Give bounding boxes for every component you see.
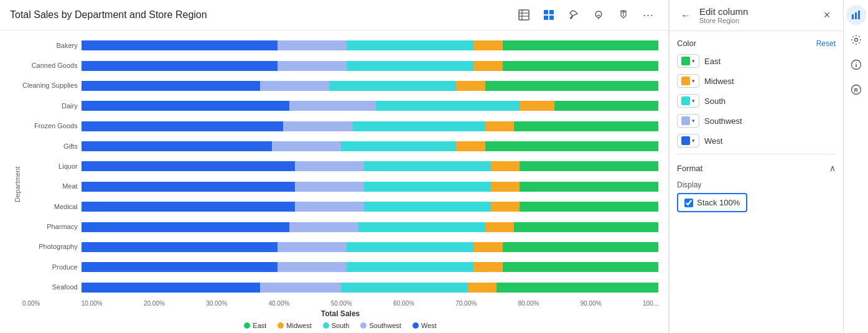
bar-seg-south: [329, 81, 456, 91]
svg-rect-13: [855, 12, 857, 19]
share-button[interactable]: [614, 5, 633, 25]
x-tick: 100...: [643, 300, 658, 307]
color-section-header: Color Reset: [677, 39, 836, 48]
info-icon-button[interactable]: [846, 55, 866, 75]
color-label-midwest: Midwest: [704, 77, 734, 86]
page-title: Total Sales by Department and Store Regi…: [10, 9, 207, 21]
svg-rect-6: [544, 16, 548, 20]
bar-seg-southwest: [278, 242, 347, 252]
settings-icon-button[interactable]: [846, 30, 866, 50]
legend-dot-midwest: [278, 322, 284, 329]
format-header[interactable]: Format ∧: [677, 161, 836, 176]
color-swatch-button-southwest[interactable]: ▾: [677, 114, 699, 128]
reset-button[interactable]: Reset: [816, 39, 836, 48]
color-label-south: South: [704, 96, 726, 106]
bar-seg-midwest: [456, 81, 485, 91]
display-label: Display: [677, 181, 836, 189]
bar-seg-west: [82, 262, 278, 272]
bar-row: [82, 40, 658, 50]
svg-rect-5: [549, 10, 554, 14]
color-label-west: West: [704, 136, 722, 146]
chevron-down-icon: ▾: [692, 118, 695, 124]
svg-rect-14: [858, 11, 860, 19]
panel-close-button[interactable]: ×: [818, 7, 836, 24]
legend-item-east: East: [244, 322, 266, 329]
bar-seg-midwest: [491, 182, 520, 192]
svg-rect-7: [549, 16, 554, 20]
bar-seg-west: [82, 182, 295, 192]
bar-seg-southwest: [260, 81, 329, 91]
bar-seg-east: [497, 283, 658, 293]
bar-chart-icon-button[interactable]: [846, 5, 866, 25]
color-swatch-button-west[interactable]: ▾: [677, 134, 699, 148]
svg-point-15: [854, 39, 857, 42]
color-item-midwest: ▾Midwest: [677, 74, 836, 88]
x-tick: 50.00%: [331, 300, 352, 307]
bar-seg-west: [82, 61, 278, 71]
bar-seg-west: [82, 161, 295, 171]
bar-seg-midwest: [474, 61, 502, 71]
bar-seg-midwest: [468, 283, 497, 293]
color-label-east: East: [704, 57, 721, 66]
color-swatch-button-east[interactable]: ▾: [677, 54, 699, 68]
grid-view-button[interactable]: [539, 5, 559, 25]
bar-seg-east: [503, 262, 658, 272]
chevron-down-icon: ▾: [692, 58, 695, 64]
bar-seg-midwest: [491, 161, 520, 171]
x-tick: 70.00%: [455, 300, 477, 307]
divider: [677, 154, 836, 154]
svg-point-9: [595, 11, 602, 17]
bar-seg-west: [82, 40, 278, 50]
bar-seg-south: [364, 161, 491, 171]
bar-seg-southwest: [278, 40, 347, 50]
legend-dot-southwest: [360, 322, 366, 329]
color-swatch-button-south[interactable]: ▾: [677, 94, 699, 108]
chevron-down-icon: ▾: [692, 78, 695, 84]
bars-canvas: [82, 35, 658, 298]
bar-seg-south: [358, 222, 485, 232]
chart-container: Department BakeryCanned GoodsCleaning Su…: [0, 30, 668, 333]
y-labels: BakeryCanned GoodsCleaning SuppliesDairy…: [22, 35, 82, 298]
y-label: Produce: [22, 264, 78, 271]
legend-dot-west: [413, 322, 419, 329]
legend-label-west: West: [421, 322, 437, 329]
legend-label-southwest: Southwest: [369, 322, 401, 329]
bar-row: [82, 182, 658, 192]
chart-right: BakeryCanned GoodsCleaning SuppliesDairy…: [22, 35, 658, 333]
bar-seg-west: [82, 121, 284, 131]
panel-subtitle: Store Region: [699, 17, 813, 24]
bar-seg-midwest: [474, 40, 502, 50]
bar-seg-west: [82, 222, 289, 232]
bar-seg-southwest: [295, 161, 364, 171]
color-swatch-southwest: [681, 116, 690, 125]
x-axis-label: Total Sales: [22, 308, 658, 319]
stack-100-input[interactable]: [684, 199, 693, 207]
legend-item-midwest: Midwest: [278, 322, 311, 329]
chevron-up-icon: ∧: [829, 163, 836, 173]
more-button[interactable]: ···: [638, 5, 658, 25]
chevron-down-icon: ▾: [692, 98, 695, 104]
legend-label-east: East: [253, 322, 266, 329]
x-tick: 0.00%: [22, 300, 40, 307]
main-area: Total Sales by Department and Store Regi…: [0, 0, 669, 333]
bar-seg-south: [347, 61, 474, 71]
bar-row: [82, 283, 658, 293]
color-swatch-button-midwest[interactable]: ▾: [677, 74, 699, 88]
r-icon-button[interactable]: R: [846, 80, 866, 100]
pin-button[interactable]: [564, 5, 584, 25]
stack-100-checkbox[interactable]: Stack 100%: [677, 193, 747, 212]
color-item-west: ▾West: [677, 134, 836, 148]
panel-title-area: Edit column Store Region: [699, 6, 813, 24]
color-items: ▾East▾Midwest▾South▾Southwest▾West: [677, 54, 836, 148]
y-label: Seafood: [22, 284, 78, 291]
legend-item-south: South: [323, 322, 350, 329]
chart-inner: Department BakeryCanned GoodsCleaning Su…: [10, 35, 658, 333]
insight-button[interactable]: [589, 5, 609, 25]
bar-seg-southwest: [278, 262, 347, 272]
format-title: Format: [677, 164, 702, 173]
table-view-button[interactable]: [514, 5, 534, 25]
bar-row: [82, 101, 658, 111]
color-item-southwest: ▾Southwest: [677, 114, 836, 128]
y-label: Meat: [22, 183, 78, 190]
panel-back-button[interactable]: ←: [677, 7, 694, 24]
